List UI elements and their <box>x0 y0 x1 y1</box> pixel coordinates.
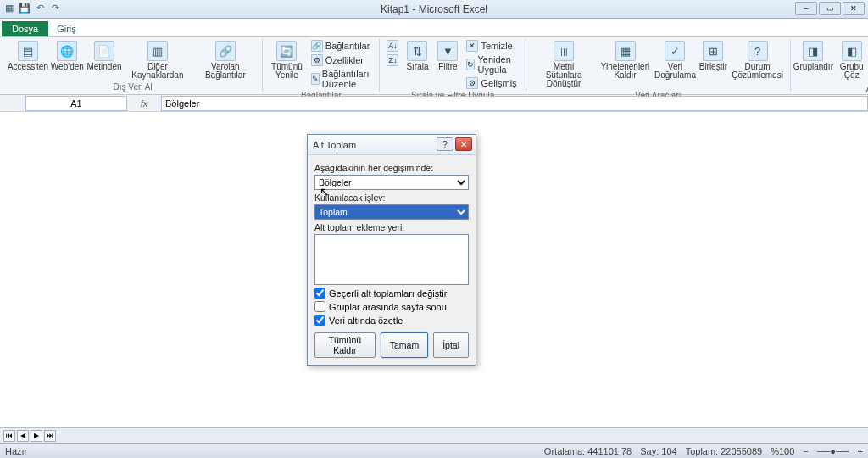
at-each-change-label: Aşağıdakinin her değişiminde: <box>314 163 469 173</box>
existing-connections-button[interactable]: 🔗Varolan Bağlantılar <box>194 39 258 81</box>
what-if-button[interactable]: ?Durum Çözümlemesi <box>730 39 785 81</box>
add-subtotal-to-list[interactable] <box>314 234 469 285</box>
ungroup-button[interactable]: ◧Grubu Çöz <box>834 39 868 81</box>
advanced-button[interactable]: ⚙Gelişmiş <box>465 76 520 90</box>
group-button[interactable]: ◨Gruplandır <box>796 39 831 73</box>
titlebar: ▦ 💾 ↶ ↷ Kitap1 - Microsoft Excel – ▭ ✕ <box>0 0 868 19</box>
text-to-columns-button[interactable]: ⫼Metni Sütunlara Dönüştür <box>531 39 597 90</box>
clear-filter-button[interactable]: ✕Temizle <box>465 39 520 53</box>
status-bar: Hazır Ortalama: 441101,78 Say: 104 Topla… <box>0 443 868 458</box>
dialog-help-button[interactable]: ? <box>437 137 453 151</box>
ribbon-tab-giriş[interactable]: Giriş <box>48 21 85 36</box>
zoom-slider[interactable]: ──●── <box>817 446 849 456</box>
consolidate-button[interactable]: ⊞Birleştir <box>699 39 726 73</box>
save-icon[interactable]: 💾 <box>19 2 31 14</box>
status-count: Say: 104 <box>640 446 676 456</box>
remove-duplicates-button[interactable]: ▦Yinelenenleri Kaldır <box>599 39 650 81</box>
sort-za-button[interactable]: Z↓ <box>385 53 400 67</box>
quick-access-toolbar: ▦ 💾 ↶ ↷ <box>3 2 61 14</box>
add-subtotal-to-label: Alt toplam ekleme yeri: <box>314 222 469 232</box>
zoom-out-button[interactable]: − <box>803 446 808 456</box>
excel-icon: ▦ <box>3 2 15 14</box>
status-ready: Hazır <box>5 446 27 456</box>
reapply-button[interactable]: ↻Yeniden Uygula <box>465 53 520 75</box>
status-average: Ortalama: 441101,78 <box>544 446 632 456</box>
maximize-button[interactable]: ▭ <box>819 2 841 15</box>
undo-icon[interactable]: ↶ <box>34 2 46 14</box>
redo-icon[interactable]: ↷ <box>49 2 61 14</box>
zoom-level[interactable]: %100 <box>771 446 794 456</box>
sort-az-button[interactable]: A↓ <box>385 39 400 53</box>
status-sum: Toplam: 22055089 <box>686 446 763 456</box>
first-sheet-button[interactable]: ⏮ <box>3 430 15 442</box>
refresh-all-button[interactable]: 🔄Tümünü Yenile <box>268 39 306 81</box>
page-break-checkbox[interactable]: Gruplar arasında sayfa sonu <box>314 301 469 312</box>
group-label: Dış Veri Al <box>113 81 152 92</box>
ok-button[interactable]: Tamam <box>381 332 428 358</box>
ribbon: ▤Access'ten 🌐Web'den 📄Metinden ▥Diğer Ka… <box>0 37 868 95</box>
connections-button[interactable]: 🔗Bağlantılar <box>309 39 375 53</box>
from-web-button[interactable]: 🌐Web'den <box>51 39 84 73</box>
from-text-button[interactable]: 📄Metinden <box>87 39 121 73</box>
remove-all-button[interactable]: Tümünü Kaldır <box>314 332 376 358</box>
formula-bar-row: fx Bölgeler <box>0 95 868 112</box>
subtotal-dialog: Alt Toplam ? ✕ Aşağıdakinin her değişimi… <box>307 134 476 366</box>
next-sheet-button[interactable]: ▶ <box>31 430 42 442</box>
name-box[interactable] <box>25 96 127 111</box>
sheet-tabs: ⏮ ◀ ▶ ⏭ <box>0 427 868 443</box>
properties-button[interactable]: ⚙Özellikler <box>309 53 375 67</box>
close-button[interactable]: ✕ <box>843 2 865 15</box>
window-title: Kitap1 - Microsoft Excel <box>381 3 487 15</box>
dialog-close-button[interactable]: ✕ <box>455 137 472 151</box>
replace-current-checkbox[interactable]: Geçerli alt toplamları değiştir <box>314 288 469 299</box>
dialog-title: Alt Toplam <box>313 140 356 150</box>
prev-sheet-button[interactable]: ◀ <box>17 430 29 442</box>
fx-icon[interactable]: fx <box>127 98 161 109</box>
from-other-button[interactable]: ▥Diğer Kaynaklardan <box>125 39 190 81</box>
minimize-button[interactable]: – <box>795 2 817 15</box>
use-function-label: Kullanılacak işlev: <box>314 193 469 203</box>
at-each-change-combo[interactable]: Bölgeler <box>314 175 469 190</box>
formula-bar[interactable]: Bölgeler <box>161 96 868 111</box>
ribbon-tabs: Dosya Giriş <box>0 19 868 37</box>
file-tab[interactable]: Dosya <box>2 21 48 36</box>
cancel-button[interactable]: İptal <box>433 332 469 358</box>
data-validation-button[interactable]: ✓Veri Doğrulama <box>654 39 697 81</box>
zoom-in-button[interactable]: + <box>858 446 863 456</box>
from-access-button[interactable]: ▤Access'ten <box>8 39 47 73</box>
sort-button[interactable]: ⇅Sırala <box>403 39 431 73</box>
use-function-combo[interactable]: Toplam <box>314 204 469 220</box>
edit-links-button[interactable]: ✎Bağlantıları Düzenle <box>309 68 375 90</box>
filter-button[interactable]: ▼Filtre <box>434 39 461 73</box>
summary-below-checkbox[interactable]: Veri altında özetle <box>314 315 469 326</box>
last-sheet-button[interactable]: ⏭ <box>44 430 56 442</box>
